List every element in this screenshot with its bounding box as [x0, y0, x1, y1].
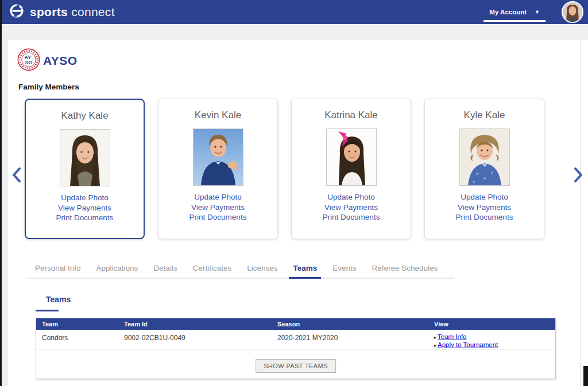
screen-corner	[583, 366, 588, 386]
family-members-heading: Family Members	[18, 83, 79, 91]
column-header-view: View	[428, 321, 554, 327]
member-photo	[193, 128, 243, 186]
brand[interactable]: sports connect	[8, 2, 115, 22]
tab-referee-schedules[interactable]: Referee Schedules	[372, 264, 438, 272]
print-documents-link[interactable]: Print Documents	[425, 212, 544, 223]
ayso-logo-icon: AY SO	[17, 48, 40, 73]
page-background-band	[0, 24, 588, 40]
teams-heading-underline	[36, 310, 59, 311]
print-documents-link[interactable]: Print Documents	[158, 212, 277, 223]
team-info-link[interactable]: Team Info	[438, 334, 467, 341]
member-name: Kyle Kale	[425, 110, 544, 121]
profile-tabs: Personal Info Applications Details Certi…	[27, 262, 454, 279]
view-payments-link[interactable]: View Payments	[292, 202, 411, 213]
family-member-card-kathy[interactable]: Kathy Kale Update Photo Vie	[25, 99, 145, 239]
view-payments-link[interactable]: View Payments	[26, 203, 144, 213]
cell-view: ▸ Team Info ▸ Apply to Tournament	[428, 334, 554, 349]
tab-applications[interactable]: Applications	[96, 264, 138, 272]
member-photo	[326, 128, 377, 186]
update-photo-link[interactable]: Update Photo	[292, 192, 411, 202]
member-name: Katrina Kale	[292, 110, 411, 121]
show-past-teams-button[interactable]: SHOW PAST TEAMS	[256, 359, 336, 373]
brand-text: sports connect	[30, 5, 115, 19]
screen-left-edge	[0, 0, 2, 386]
carousel-next-button[interactable]	[571, 165, 586, 185]
my-account-menu[interactable]: My Account ▼	[482, 0, 547, 24]
table-row: Condors 9002-02CB1U-0049 2020-2021 MY202…	[36, 330, 555, 350]
apply-to-tournament-link[interactable]: Apply to Tournament	[438, 342, 498, 349]
carousel-prev-button[interactable]	[9, 165, 24, 185]
organization-header: AY SO AYSO	[17, 48, 78, 73]
tab-licenses[interactable]: Licenses	[247, 264, 277, 272]
svg-text:SO: SO	[25, 60, 33, 65]
my-account-label: My Account	[489, 9, 527, 15]
teams-table-header: Team Team Id Season View	[36, 318, 555, 330]
top-navbar: sports connect My Account ▼	[0, 0, 588, 24]
tab-certificates[interactable]: Certificates	[193, 264, 232, 272]
cell-season: 2020-2021 MY2020	[272, 334, 428, 349]
member-name: Kathy Kale	[26, 110, 144, 122]
update-photo-link[interactable]: Update Photo	[158, 192, 277, 202]
teams-table: Team Team Id Season View Condors 9002-02…	[36, 318, 556, 379]
update-photo-link[interactable]: Update Photo	[26, 193, 144, 203]
tab-teams[interactable]: Teams	[293, 264, 317, 272]
cell-team: Condors	[36, 334, 118, 349]
organization-name: AYSO	[43, 54, 78, 68]
link-arrow-icon: ▸	[434, 342, 436, 349]
main-panel: AY SO AYSO Family Members Kathy Kale	[8, 40, 581, 386]
view-payments-link[interactable]: View Payments	[158, 202, 277, 213]
link-arrow-icon: ▸	[434, 334, 436, 341]
column-header-team-id: Team Id	[118, 321, 272, 327]
family-member-card-kyle[interactable]: Kyle Kale	[424, 99, 544, 239]
sports-connect-logo-icon	[8, 2, 25, 22]
member-name: Kevin Kale	[158, 110, 277, 121]
teams-section-heading: Teams	[46, 295, 71, 304]
page: sports connect My Account ▼	[0, 0, 588, 386]
view-payments-link[interactable]: View Payments	[425, 202, 544, 213]
member-photo	[459, 128, 510, 186]
column-header-season: Season	[272, 321, 428, 327]
tab-personal-info[interactable]: Personal Info	[35, 264, 81, 272]
family-member-card-katrina[interactable]: Katrina Kale Update Ph	[291, 99, 411, 239]
account-avatar[interactable]	[562, 1, 583, 23]
navbar-right: My Account ▼	[482, 0, 583, 24]
cell-team-id: 9002-02CB1U-0049	[118, 334, 272, 349]
column-header-team: Team	[36, 321, 118, 327]
family-member-card-kevin[interactable]: Kevin Kale	[158, 99, 278, 239]
tab-events[interactable]: Events	[332, 264, 356, 272]
family-members-carousel: Kathy Kale Update Photo Vie	[25, 99, 544, 239]
print-documents-link[interactable]: Print Documents	[26, 213, 144, 223]
member-photo	[60, 129, 110, 186]
update-photo-link[interactable]: Update Photo	[425, 192, 544, 202]
active-menu-underline	[483, 20, 546, 22]
caret-down-icon: ▼	[535, 9, 540, 15]
tab-details[interactable]: Details	[153, 264, 177, 272]
print-documents-link[interactable]: Print Documents	[292, 212, 411, 223]
